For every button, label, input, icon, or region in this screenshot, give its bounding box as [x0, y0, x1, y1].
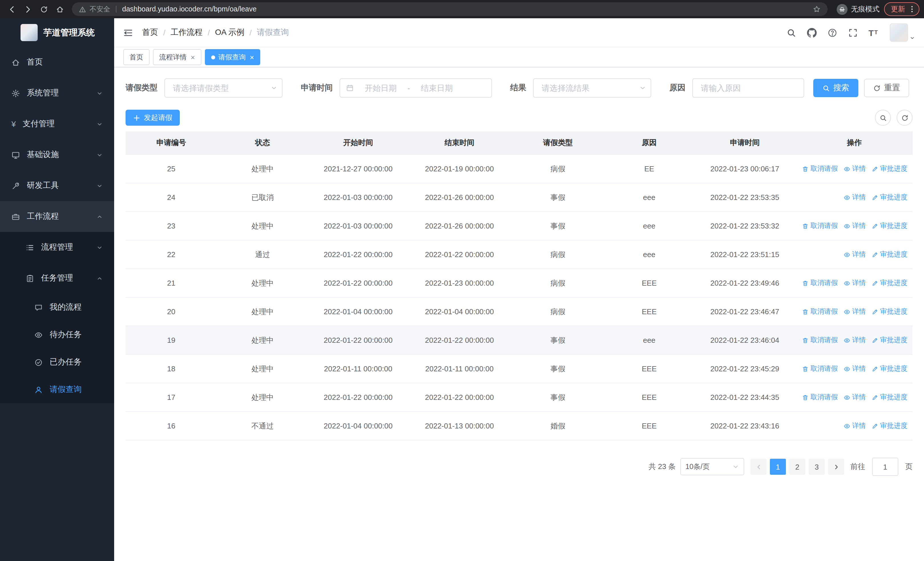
table-row-25[interactable]: 25处理中2021-12-27 00:00:002022-01-19 00:00…	[126, 155, 913, 183]
fullscreen-icon[interactable]	[848, 28, 858, 38]
detail-link[interactable]: 详情	[843, 421, 866, 431]
tab-leave-query[interactable]: 请假查询×	[205, 49, 260, 65]
table-row-17[interactable]: 17处理中2022-01-22 00:00:002022-01-22 00:00…	[126, 383, 913, 412]
approval-progress-link[interactable]: 审批进度	[872, 364, 908, 374]
question-icon[interactable]	[827, 28, 837, 38]
approval-progress-link[interactable]: 审批进度	[872, 250, 908, 259]
end-date-input[interactable]	[414, 83, 460, 93]
cancel-leave-link[interactable]: 取消请假	[802, 335, 838, 345]
approval-progress-link[interactable]: 审批进度	[872, 335, 908, 345]
page-1-button[interactable]: 1	[770, 459, 786, 475]
tab-home[interactable]: 首页	[123, 49, 150, 65]
sidebar-item-my-process[interactable]: 我的流程	[0, 294, 114, 321]
breadcrumb-item[interactable]: OA 示例	[215, 27, 244, 38]
table-row-22[interactable]: 22通过2022-01-22 00:00:002022-01-22 00:00:…	[126, 240, 913, 269]
font-size-icon[interactable]: TT	[868, 28, 878, 37]
active-tab-dot	[211, 55, 215, 59]
detail-link[interactable]: 详情	[843, 193, 866, 202]
reset-button[interactable]: 重置	[864, 79, 909, 97]
reason-field[interactable]	[692, 78, 804, 98]
cell-id: 22	[126, 240, 217, 269]
sidebar-item-todo-tasks[interactable]: 待办任务	[0, 321, 114, 349]
refresh-button[interactable]	[36, 2, 51, 17]
forward-button[interactable]	[21, 2, 35, 17]
back-button[interactable]	[4, 2, 20, 17]
approval-progress-link[interactable]: 审批进度	[872, 278, 908, 288]
table-row-23[interactable]: 23处理中2022-01-03 00:00:002022-01-26 00:00…	[126, 212, 913, 240]
table-row-20[interactable]: 20处理中2022-01-04 00:00:002022-01-04 00:00…	[126, 297, 913, 326]
breadcrumb-item[interactable]: 工作流程	[171, 27, 202, 38]
page-size-select[interactable]: 10条/页	[680, 458, 744, 475]
page-2-button[interactable]: 2	[789, 459, 805, 475]
create-leave-button[interactable]: 发起请假	[126, 110, 180, 126]
browser-menu-icon[interactable]	[908, 5, 916, 13]
user-avatar[interactable]	[890, 23, 915, 42]
detail-link[interactable]: 详情	[843, 364, 866, 374]
breadcrumb-item[interactable]: 首页	[142, 27, 158, 38]
sidebar-item-system[interactable]: 系统管理	[0, 78, 114, 108]
result-input[interactable]	[540, 83, 637, 93]
sidebar-item-devtools[interactable]: 研发工具	[0, 170, 114, 201]
detail-link[interactable]: 详情	[843, 250, 866, 259]
url-bar[interactable]: 不安全 dashboard.yudao.iocoder.cn/bpm/oa/le…	[72, 2, 828, 16]
leave-type-select[interactable]	[164, 78, 282, 98]
app-logo[interactable]: 芋道管理系统	[0, 18, 114, 47]
apply-time-range-picker[interactable]: -	[340, 78, 492, 98]
approval-progress-link[interactable]: 审批进度	[872, 164, 908, 174]
sidebar-item-home[interactable]: 首页	[0, 47, 114, 78]
table-row-16[interactable]: 16不通过2022-01-04 00:00:002022-01-13 00:00…	[126, 412, 913, 440]
sidebar-item-process-mgmt[interactable]: 流程管理	[0, 232, 114, 263]
cancel-leave-link[interactable]: 取消请假	[802, 307, 838, 316]
search-button[interactable]: 搜索	[813, 79, 858, 97]
browser-update-button[interactable]: 更新	[884, 2, 920, 16]
toggle-search-button[interactable]	[875, 110, 891, 126]
approval-progress-link[interactable]: 审批进度	[872, 421, 908, 431]
start-date-input[interactable]	[357, 83, 404, 93]
table-row-18[interactable]: 18处理中2022-01-11 00:00:002022-01-11 00:00…	[126, 355, 913, 383]
sidebar-toggle-icon[interactable]	[123, 28, 133, 38]
tab-process-detail[interactable]: 流程详情×	[153, 49, 201, 65]
cancel-leave-link[interactable]: 取消请假	[802, 364, 838, 374]
next-page-button[interactable]	[828, 459, 844, 475]
reason-input[interactable]	[700, 83, 797, 93]
cancel-leave-link[interactable]: 取消请假	[802, 221, 838, 231]
search-icon[interactable]	[786, 28, 796, 38]
breadcrumb-separator: /	[208, 28, 210, 37]
close-tab-icon[interactable]: ×	[190, 53, 195, 62]
bookmark-star-icon[interactable]	[813, 5, 821, 13]
cancel-leave-link[interactable]: 取消请假	[802, 164, 838, 174]
table-row-21[interactable]: 21处理中2022-01-22 00:00:002022-01-23 00:00…	[126, 269, 913, 297]
detail-link[interactable]: 详情	[843, 393, 866, 402]
approval-progress-link[interactable]: 审批进度	[872, 221, 908, 231]
approval-progress-link[interactable]: 审批进度	[872, 193, 908, 202]
detail-link[interactable]: 详情	[843, 278, 866, 288]
cancel-leave-link[interactable]: 取消请假	[802, 278, 838, 288]
sidebar-item-infrastructure[interactable]: 基础设施	[0, 139, 114, 170]
table-row-24[interactable]: 24已取消2022-01-03 00:00:002022-01-26 00:00…	[126, 183, 913, 212]
omnibox-divider	[116, 6, 116, 12]
refresh-table-button[interactable]	[897, 110, 913, 126]
sidebar-item-task-mgmt[interactable]: 任务管理	[0, 263, 114, 294]
detail-link[interactable]: 详情	[843, 307, 866, 316]
result-select[interactable]	[533, 78, 651, 98]
detail-link[interactable]: 详情	[843, 164, 866, 174]
approval-progress-link[interactable]: 审批进度	[872, 307, 908, 316]
goto-page-input[interactable]	[872, 457, 898, 476]
detail-link[interactable]: 详情	[843, 221, 866, 231]
table-row-19[interactable]: 19处理中2022-01-22 00:00:002022-01-22 00:00…	[126, 326, 913, 355]
prev-page-button[interactable]	[750, 459, 766, 475]
breadcrumb-separator: /	[249, 28, 252, 37]
home-button[interactable]	[52, 2, 68, 17]
sidebar-item-leave-query[interactable]: 请假查询	[0, 376, 114, 403]
cancel-leave-link[interactable]: 取消请假	[802, 393, 838, 402]
sidebar-item-workflow[interactable]: 工作流程	[0, 201, 114, 232]
approval-progress-link[interactable]: 审批进度	[872, 393, 908, 402]
sidebar-item-payment[interactable]: ¥支付管理	[0, 108, 114, 139]
close-tab-icon[interactable]: ×	[250, 53, 254, 62]
cell-reason: EEE	[605, 297, 693, 326]
page-3-button[interactable]: 3	[809, 459, 825, 475]
leave-type-input[interactable]	[172, 83, 268, 93]
github-icon[interactable]	[807, 28, 816, 38]
sidebar-item-done-tasks[interactable]: 已办任务	[0, 349, 114, 376]
detail-link[interactable]: 详情	[843, 335, 866, 345]
